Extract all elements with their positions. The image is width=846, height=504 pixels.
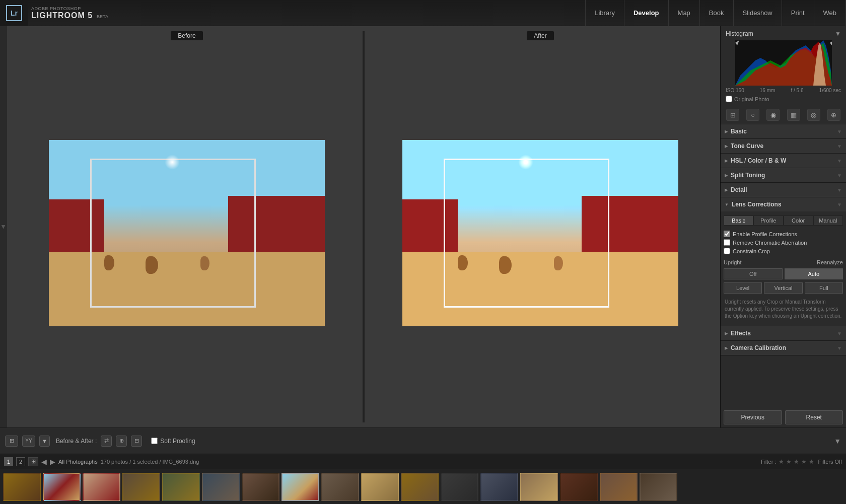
filmstrip-collection[interactable]: All Photographs [58,459,98,465]
basic-arrow-icon: ▼ [837,129,842,134]
thumb-9[interactable] [321,473,359,501]
after-panel: After [366,31,715,422]
lens-tab-color[interactable]: Color [784,215,813,226]
star-4[interactable]: ★ [801,458,807,465]
tool-icons: ⊞ ○ ◉ ▦ ◎ ⊕ [721,106,846,124]
histogram-info: ISO 160 16 mm f / 5.6 1/600 sec [723,87,844,94]
nav-library[interactable]: Library [585,0,624,26]
before-photo-container [12,43,362,422]
logo-text: Lr [11,9,18,17]
spot-tool[interactable]: ○ [746,109,759,121]
thumb-8-selected[interactable] [281,473,319,501]
constrain-crop-checkbox[interactable] [724,248,730,254]
brush-tool[interactable]: ▦ [787,109,800,121]
vertical-button[interactable]: Vertical [764,282,802,294]
thumb-17[interactable] [640,473,677,501]
split-toning-header[interactable]: ▶ Split Toning ▼ [721,168,846,182]
lens-corrections-arrow-icon: ▼ [837,202,842,207]
basic-triangle-icon: ▶ [725,129,728,134]
thumb-15[interactable] [560,473,598,501]
toolbar-collapse-arrow[interactable]: ▼ [834,437,841,445]
after-photo[interactable] [402,140,678,326]
thumb-14[interactable] [520,473,558,501]
off-auto-buttons: Off Auto [724,268,843,279]
thumb-16[interactable] [600,473,638,501]
star-1[interactable]: ★ [779,458,784,465]
nav-slideshow[interactable]: Slideshow [734,0,782,26]
thumb-2[interactable] [43,473,81,501]
lens-tab-basic[interactable]: Basic [724,215,753,226]
histogram-aperture: f / 5.6 [791,88,803,93]
histogram-lens: 16 mm [760,88,776,93]
ba-layout-button[interactable]: ⊟ [131,436,142,447]
previous-button[interactable]: Previous [724,410,782,424]
before-after-dropdown[interactable]: ▼ [39,436,50,447]
thumb-12[interactable] [441,473,478,501]
view-mode-dropdown[interactable]: ▼ [39,436,50,447]
split-toning-label: Split Toning [731,172,765,179]
thumb-10[interactable] [361,473,399,501]
filmstrip: 1 2 ⊞ ◀ ▶ All Photographs 170 photos / 1… [0,454,846,504]
thumb-6[interactable] [202,473,240,501]
level-button[interactable]: Level [724,282,762,294]
filmstrip-nav-left[interactable]: ◀ [41,458,47,466]
detail-section: ▶ Detail ▼ [721,183,846,197]
bottom-toolbar: ⊞ YY ▼ Before & After : ⇄ ⊕ ⊟ Soft Proof… [0,427,846,454]
lens-tab-manual[interactable]: Manual [813,215,843,226]
histogram-canvas [735,40,832,86]
soft-proofing-area: Soft Proofing [151,438,195,445]
ba-copy-button[interactable]: ⊕ [116,436,127,447]
camera-cal-arrow-icon: ▼ [837,345,842,351]
off-button[interactable]: Off [724,268,783,279]
before-photo[interactable] [49,140,325,326]
nav-book[interactable]: Book [700,0,734,26]
nav-web[interactable]: Web [814,0,847,26]
tone-curve-header[interactable]: ▶ Tone Curve ▼ [721,139,846,153]
lens-tab-profile[interactable]: Profile [753,215,783,226]
lens-corrections-header[interactable]: ▼ Lens Corrections ▼ [721,197,846,211]
grid-view-button[interactable]: ⊞ [5,436,18,447]
full-button[interactable]: Full [805,282,843,294]
thumb-3[interactable] [83,473,120,501]
original-photo-checkbox[interactable] [726,96,732,102]
gradient-tool[interactable]: ◎ [807,109,820,121]
auto-button[interactable]: Auto [785,268,843,279]
radial-tool[interactable]: ⊕ [827,109,840,121]
hsl-section: ▶ HSL / Color / B & W ▼ [721,154,846,168]
star-3[interactable]: ★ [794,458,799,465]
filmstrip-nav-right[interactable]: ▶ [50,458,55,466]
thumb-5[interactable] [162,473,200,501]
original-photo-check[interactable]: Original Photo [723,94,844,104]
thumb-1[interactable] [3,473,41,501]
lr-logo-box: Lr [6,5,22,21]
thumb-4[interactable] [122,473,160,501]
star-2[interactable]: ★ [786,458,792,465]
nav-develop[interactable]: Develop [624,0,669,26]
nav-map[interactable]: Map [669,0,700,26]
hsl-header[interactable]: ▶ HSL / Color / B & W ▼ [721,154,846,168]
yy-view-button[interactable]: YY [22,436,35,447]
filmstrip-page-1[interactable]: 1 [4,457,13,466]
nav-print[interactable]: Print [782,0,814,26]
camera-calibration-header[interactable]: ▶ Camera Calibration ▼ [721,341,846,355]
soft-proofing-checkbox[interactable] [151,438,158,444]
thumb-13[interactable] [480,473,518,501]
enable-profile-checkbox[interactable] [724,231,730,237]
center-area: Before [7,26,720,427]
thumb-7[interactable] [242,473,279,501]
redeye-tool[interactable]: ◉ [766,109,780,121]
upright-row: Upright Reanalyze [724,259,843,265]
star-5[interactable]: ★ [809,458,814,465]
ba-swap-button[interactable]: ⇄ [101,436,112,447]
crop-tool[interactable]: ⊞ [726,109,739,121]
detail-header[interactable]: ▶ Detail ▼ [721,183,846,197]
effects-header[interactable]: ▶ Effects ▼ [721,326,846,340]
reset-button[interactable]: Reset [785,410,843,424]
reanalyze-label[interactable]: Reanalyze [817,259,843,265]
remove-chromatic-checkbox[interactable] [724,239,730,246]
lens-tabs: Basic Profile Color Manual [724,215,843,226]
basic-panel-header[interactable]: ▶ Basic ▼ [721,124,846,138]
filmstrip-grid-btn[interactable]: ⊞ [28,457,38,466]
thumb-11[interactable] [401,473,439,501]
filmstrip-page-2[interactable]: 2 [16,457,25,466]
